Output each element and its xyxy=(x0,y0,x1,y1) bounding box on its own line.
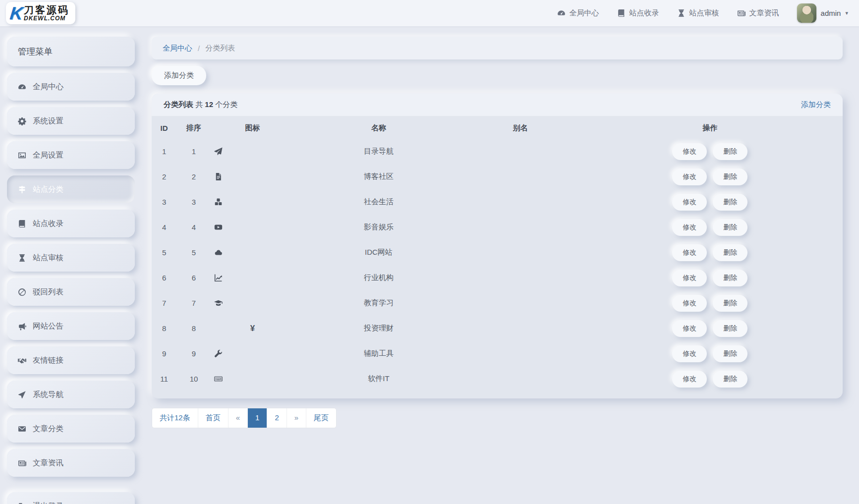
cell-icon xyxy=(211,164,294,189)
cell-alias xyxy=(463,215,577,240)
cell-icon xyxy=(211,341,294,366)
cell-icon: ¥ xyxy=(211,316,294,341)
delete-button[interactable]: 删除 xyxy=(713,320,747,337)
navbar-item-站点审核[interactable]: 站点审核 xyxy=(677,8,719,18)
cell-actions: 修改删除 xyxy=(577,240,843,265)
sidebar-menu: 全局中心系统设置全局设置站点分类站点收录站点审核驳回列表网站公告友情链接系统导航… xyxy=(7,73,135,477)
sidebar-item-logout[interactable]: 退出登录 xyxy=(7,492,135,504)
cell-id: 7 xyxy=(152,290,176,316)
delete-button[interactable]: 删除 xyxy=(713,270,747,286)
pagination-page-2[interactable]: 2 xyxy=(267,408,286,428)
edit-button[interactable]: 修改 xyxy=(672,371,707,388)
card-title: 分类列表 共 12 个分类 xyxy=(164,100,237,110)
cell-actions: 修改删除 xyxy=(577,215,843,240)
sidebar-item-label: 友情链接 xyxy=(33,355,63,366)
paper-plane-icon xyxy=(214,147,291,156)
sidebar-spacer xyxy=(7,483,135,492)
add-category-link[interactable]: 添加分类 xyxy=(801,100,831,110)
delete-button[interactable]: 删除 xyxy=(713,295,747,312)
cell-order: 5 xyxy=(176,240,211,265)
edit-button[interactable]: 修改 xyxy=(672,219,707,236)
chart-line-icon xyxy=(214,274,291,282)
sidebar-item-全局中心[interactable]: 全局中心 xyxy=(7,73,135,101)
delete-button[interactable]: 删除 xyxy=(713,244,747,261)
delete-button[interactable]: 删除 xyxy=(713,371,747,388)
cell-name: 辅助工具 xyxy=(294,341,463,366)
cell-actions: 修改删除 xyxy=(577,164,843,189)
cell-icon xyxy=(211,265,294,290)
sidebar-item-文章分类[interactable]: 文章分类 xyxy=(7,415,135,443)
delete-button[interactable]: 删除 xyxy=(713,143,747,160)
navbar-item-文章资讯[interactable]: 文章资讯 xyxy=(737,8,779,18)
pagination-total: 共计12条 xyxy=(152,408,198,428)
cell-id: 6 xyxy=(152,265,176,290)
delete-button[interactable]: 删除 xyxy=(713,219,747,236)
edit-button[interactable]: 修改 xyxy=(672,143,707,160)
user-menu[interactable]: admin ▾ xyxy=(797,3,848,23)
column-header-名称: 名称 xyxy=(294,116,463,139)
sidebar-item-网站公告[interactable]: 网站公告 xyxy=(7,312,135,340)
pagination-next[interactable]: » xyxy=(287,408,306,428)
pagination-last[interactable]: 尾页 xyxy=(306,408,336,428)
delete-button[interactable]: 删除 xyxy=(713,194,747,211)
cell-order: 1 xyxy=(176,139,211,164)
brand-logo[interactable]: K 刀客源码 DKEWL.COM xyxy=(6,2,75,24)
table-row: 44影音娱乐修改删除 xyxy=(152,215,843,240)
card-title-main: 分类列表 xyxy=(164,100,193,109)
navbar-item-全局中心[interactable]: 全局中心 xyxy=(557,8,599,18)
sidebar-item-文章资讯[interactable]: 文章资讯 xyxy=(7,449,135,477)
edit-button[interactable]: 修改 xyxy=(672,345,707,362)
newspaper-icon xyxy=(737,9,745,17)
edit-button[interactable]: 修改 xyxy=(672,168,707,185)
wrench-icon xyxy=(214,349,291,358)
sidebar-item-系统设置[interactable]: 系统设置 xyxy=(7,107,135,135)
cell-order: 10 xyxy=(176,366,211,392)
sidebar-item-label: 文章资讯 xyxy=(33,458,63,468)
breadcrumb-parent-link[interactable]: 全局中心 xyxy=(163,44,192,53)
sidebar-title-label: 管理菜单 xyxy=(18,46,53,57)
edit-button[interactable]: 修改 xyxy=(672,244,707,261)
navbar-item-label: 站点收录 xyxy=(630,8,659,18)
sidebar-item-站点收录[interactable]: 站点收录 xyxy=(7,210,135,237)
add-category-button[interactable]: 添加分类 xyxy=(152,66,206,85)
delete-button[interactable]: 删除 xyxy=(713,168,747,185)
sidebar-item-驳回列表[interactable]: 驳回列表 xyxy=(7,278,135,306)
handshake-icon xyxy=(18,356,26,365)
edit-button[interactable]: 修改 xyxy=(672,320,707,337)
sidebar-item-站点分类[interactable]: 站点分类 xyxy=(7,175,135,203)
cell-name: 社会生活 xyxy=(294,189,463,215)
brand-text: 刀客源码 DKEWL.COM xyxy=(24,5,69,22)
category-count: 12 xyxy=(205,100,213,109)
cell-order: 9 xyxy=(176,341,211,366)
pagination-page-1[interactable]: 1 xyxy=(248,408,267,428)
edit-button[interactable]: 修改 xyxy=(672,194,707,211)
user-name: admin xyxy=(821,9,841,17)
sidebar-item-站点审核[interactable]: 站点审核 xyxy=(7,244,135,272)
pagination-prev[interactable]: « xyxy=(229,408,248,428)
edit-button[interactable]: 修改 xyxy=(672,270,707,286)
page: K 刀客源码 DKEWL.COM 全局中心站点收录站点审核文章资讯 admin … xyxy=(0,0,859,504)
cell-alias xyxy=(463,366,577,392)
edit-button[interactable]: 修改 xyxy=(672,295,707,312)
navbar-item-站点收录[interactable]: 站点收录 xyxy=(617,8,659,18)
pagination-first[interactable]: 首页 xyxy=(198,408,229,428)
table-row: 99辅助工具修改删除 xyxy=(152,341,843,366)
cell-alias xyxy=(463,290,577,316)
cell-alias xyxy=(463,189,577,215)
sidebar-item-label: 站点审核 xyxy=(33,253,63,263)
column-header-排序: 排序 xyxy=(176,116,211,139)
column-header-操作: 操作 xyxy=(577,116,843,139)
sidebar-item-全局设置[interactable]: 全局设置 xyxy=(7,141,135,169)
map-signs-icon xyxy=(18,185,26,194)
cell-actions: 修改删除 xyxy=(577,189,843,215)
sidebar-item-label: 全局设置 xyxy=(33,150,63,161)
sidebar-item-友情链接[interactable]: 友情链接 xyxy=(7,346,135,374)
cloud-icon xyxy=(214,248,291,257)
cell-name: 目录导航 xyxy=(294,139,463,164)
sidebar-item-label: 驳回列表 xyxy=(33,287,63,297)
sidebar-item-系统导航[interactable]: 系统导航 xyxy=(7,381,135,408)
delete-button[interactable]: 删除 xyxy=(713,345,747,362)
sidebar-item-label: 网站公告 xyxy=(33,321,63,332)
cell-name: 软件IT xyxy=(294,366,463,392)
bullhorn-icon xyxy=(18,322,26,331)
